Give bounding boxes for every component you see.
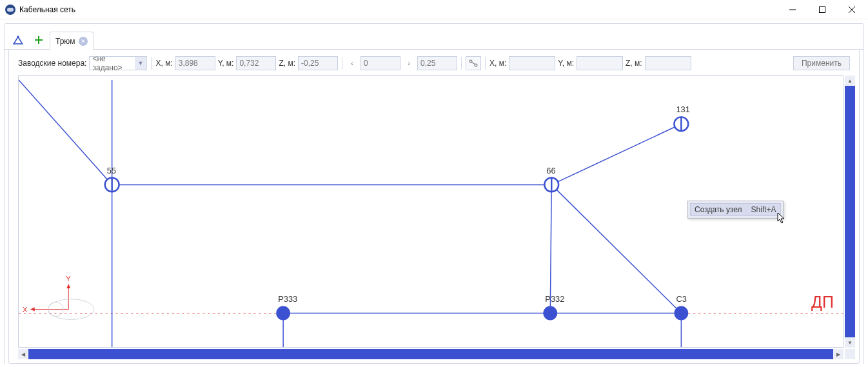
horizontal-scrollbar[interactable]: ◀ ▶	[18, 349, 843, 359]
chevron-down-icon: ▼	[135, 57, 146, 70]
z-label: Z, м:	[279, 59, 295, 68]
scroll-down-icon[interactable]: ▼	[845, 337, 855, 348]
apply-button[interactable]: Применить	[793, 56, 850, 70]
svg-text:66: 66	[546, 166, 555, 175]
add-tab-button[interactable]	[29, 31, 48, 49]
close-icon	[849, 6, 855, 13]
context-menu-item-create-node[interactable]: Создать узел Shift+A	[690, 203, 781, 216]
diagram-canvas[interactable]: 5566131Р333Р332С3YX ДП Создать узел Shif…	[18, 75, 843, 348]
svg-text:131: 131	[676, 104, 689, 114]
scroll-right-icon[interactable]: ▶	[833, 349, 843, 359]
close-button[interactable]	[837, 0, 867, 19]
plus-icon	[34, 35, 43, 45]
x2-input[interactable]	[509, 56, 555, 70]
titlebar: Кабельная сеть	[0, 0, 868, 19]
svg-point-5	[17, 36, 19, 38]
canvas-area: 5566131Р333Р332С3YX ДП Создать узел Shif…	[13, 75, 855, 359]
z-input[interactable]	[298, 56, 338, 70]
context-menu-item-label: Создать узел	[695, 205, 742, 214]
range-to-input[interactable]	[417, 56, 457, 70]
vscroll-thumb[interactable]	[845, 86, 855, 337]
y2-label: Y, м:	[558, 59, 574, 68]
window-controls	[778, 0, 867, 19]
home-view-icon	[12, 35, 24, 45]
svg-text:Р332: Р332	[545, 294, 564, 304]
link-tool-button[interactable]	[466, 56, 481, 70]
svg-line-10	[472, 63, 475, 64]
home-view-button[interactable]	[8, 31, 28, 49]
x-label: X, м:	[155, 59, 172, 68]
serial-value: <не задано>	[92, 54, 135, 72]
prev-button[interactable]: ‹	[346, 56, 358, 70]
svg-point-36	[674, 306, 688, 321]
context-menu-item-shortcut: Shift+A	[751, 205, 776, 214]
svg-point-8	[469, 60, 472, 63]
svg-text:Р333: Р333	[278, 294, 297, 304]
tab-close-icon[interactable]: ✕	[79, 37, 88, 46]
serial-select[interactable]: <не задано> ▼	[89, 56, 147, 70]
svg-point-9	[475, 64, 477, 66]
separator	[485, 57, 486, 70]
separator	[342, 57, 342, 70]
z2-label: Z, м:	[626, 59, 642, 68]
x-input[interactable]	[175, 56, 215, 70]
scrollbar-corner	[845, 349, 855, 359]
minimize-icon	[789, 6, 796, 13]
coord-toolbar: Заводские номера: <не задано> ▼ X, м: Y,…	[13, 54, 855, 73]
svg-line-20	[551, 184, 681, 313]
scroll-up-icon[interactable]: ▲	[845, 75, 855, 86]
tab-label: Трюм	[55, 37, 75, 46]
app-icon	[5, 5, 15, 15]
serial-label: Заводские номера:	[18, 59, 86, 68]
hscroll-thumb[interactable]	[28, 349, 833, 359]
next-button[interactable]: ›	[403, 56, 415, 70]
maximize-icon	[819, 6, 825, 13]
svg-line-13	[19, 80, 112, 184]
y-input[interactable]	[236, 56, 276, 70]
window-title: Кабельная сеть	[19, 5, 778, 14]
x2-label: X, м:	[489, 59, 506, 68]
link-icon	[468, 59, 478, 68]
dp-axis-label: ДП	[811, 293, 834, 312]
svg-text:X: X	[23, 306, 28, 313]
tabstrip-container: Трюм ✕ Заводские номера: <не задано> ▼ X…	[4, 23, 864, 364]
context-menu[interactable]: Создать узел Shift+A	[687, 201, 784, 219]
minimize-button[interactable]	[778, 0, 807, 19]
y-label: Y, м:	[218, 59, 234, 68]
vertical-scrollbar[interactable]: ▲ ▼	[845, 75, 855, 348]
svg-rect-1	[820, 6, 825, 12]
svg-point-32	[276, 306, 290, 321]
y2-input[interactable]	[577, 56, 623, 70]
separator	[461, 57, 462, 70]
scroll-left-icon[interactable]: ◀	[18, 349, 28, 359]
svg-marker-39	[66, 284, 70, 288]
maximize-button[interactable]	[807, 0, 837, 19]
main-panel: Заводские номера: <не задано> ▼ X, м: Y,…	[8, 50, 860, 364]
svg-text:С3: С3	[676, 294, 686, 304]
range-from-input[interactable]	[360, 56, 400, 70]
tab-tryum[interactable]: Трюм ✕	[50, 32, 94, 50]
separator	[151, 57, 152, 70]
svg-text:55: 55	[107, 166, 116, 175]
tabstrip: Трюм ✕	[5, 24, 863, 50]
z2-input[interactable]	[645, 56, 691, 70]
svg-text:Y: Y	[66, 275, 71, 283]
svg-line-18	[551, 124, 681, 184]
svg-marker-41	[30, 308, 35, 312]
svg-point-34	[543, 306, 557, 321]
